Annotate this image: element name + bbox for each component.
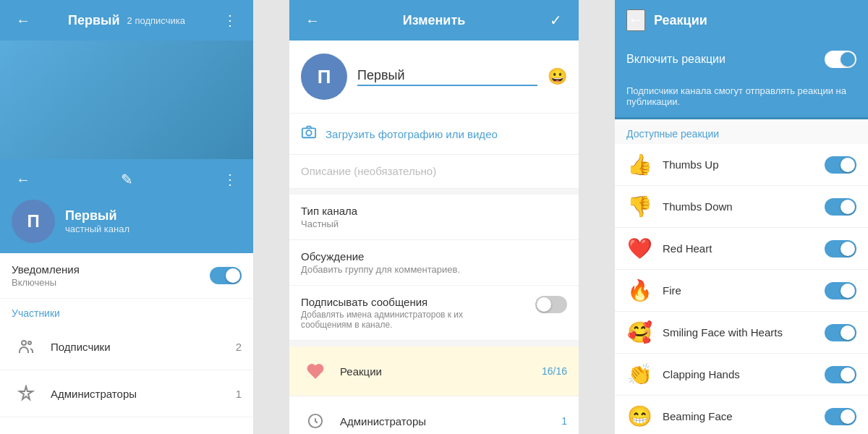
channel-title: Первый bbox=[68, 13, 119, 28]
reaction-emoji: 👎 bbox=[626, 195, 652, 218]
discussion-row[interactable]: Обсуждение Добавить группу для комментар… bbox=[289, 240, 579, 286]
reaction-label: Clapping Hands bbox=[663, 368, 814, 380]
reaction-label: Thumbs Down bbox=[663, 200, 814, 213]
upload-label: Загрузить фотографию или видео bbox=[326, 128, 498, 140]
back-button-p2[interactable]: ← bbox=[301, 9, 324, 32]
reaction-toggle[interactable] bbox=[825, 324, 856, 341]
reaction-toggle[interactable] bbox=[825, 282, 856, 299]
reaction-toggle[interactable] bbox=[825, 156, 856, 174]
admins-nav-label: Администраторы bbox=[340, 415, 551, 427]
channel-subtitle: 2 подписчика bbox=[127, 15, 185, 26]
panel2-header: ← Изменить ✓ bbox=[289, 0, 579, 41]
description-placeholder: Описание (необязательно) bbox=[301, 165, 436, 177]
panel-reactions: ← Реакции Включить реакции Подписчики ка… bbox=[615, 0, 868, 434]
reaction-emoji: 😁 bbox=[626, 404, 652, 428]
back-button[interactable]: ← bbox=[12, 9, 35, 32]
reaction-toggle[interactable] bbox=[825, 198, 856, 216]
reaction-label: Smiling Face with Hearts bbox=[663, 326, 814, 339]
reactions-row[interactable]: Реакции 16/16 bbox=[289, 346, 579, 396]
channel-type: частный канал bbox=[65, 224, 129, 234]
avatar: П bbox=[12, 200, 55, 243]
reaction-row[interactable]: 👏Clapping Hands bbox=[615, 354, 868, 396]
subscribers-row[interactable]: Подписчики 2 bbox=[0, 323, 253, 370]
back-button-p3[interactable]: ← bbox=[626, 9, 645, 31]
reaction-emoji: 👍 bbox=[626, 153, 652, 176]
svg-point-1 bbox=[28, 341, 31, 344]
heart-icon bbox=[301, 357, 330, 386]
reaction-row[interactable]: ❤️Red Heart bbox=[615, 228, 868, 270]
available-reactions-header: Доступные реакции bbox=[615, 119, 868, 144]
reaction-emoji: ❤️ bbox=[626, 237, 652, 260]
avatar-edit-row: П 😀 bbox=[289, 41, 579, 114]
reaction-toggle[interactable] bbox=[825, 240, 856, 258]
divider-1 bbox=[289, 189, 579, 195]
admins-nav-row[interactable]: Администраторы 1 bbox=[289, 396, 579, 434]
avatar-letter: П bbox=[27, 211, 39, 231]
admins-icon bbox=[12, 379, 41, 408]
notifications-toggle[interactable] bbox=[210, 267, 242, 284]
panel3-title: Реакции bbox=[654, 13, 707, 28]
panel1-header2: ← ✎ ⋮ П Первый частный канал bbox=[0, 159, 253, 253]
notifications-row[interactable]: Уведомления Включены bbox=[0, 253, 253, 299]
reactions-badge: 16/16 bbox=[542, 365, 567, 377]
sign-label: Подписывать сообщения bbox=[301, 296, 535, 308]
reactions-list: 👍Thumbs Up👎Thumbs Down❤️Red Heart🔥Fire🥰S… bbox=[615, 144, 868, 434]
reaction-row[interactable]: 🥰Smiling Face with Hearts bbox=[615, 312, 868, 354]
avatar-p2: П bbox=[301, 54, 347, 100]
reaction-toggle[interactable] bbox=[825, 366, 856, 383]
admins-label: Администраторы bbox=[51, 388, 226, 400]
svg-point-0 bbox=[22, 341, 26, 345]
subscribers-count: 2 bbox=[236, 341, 242, 353]
emoji-button[interactable]: 😀 bbox=[548, 67, 567, 86]
panel3-header: ← Реакции bbox=[615, 0, 868, 41]
sign-toggle[interactable] bbox=[535, 296, 567, 313]
channel-name-block: Первый частный канал bbox=[65, 208, 129, 234]
svg-point-3 bbox=[306, 130, 311, 135]
participants-header: Участники bbox=[0, 299, 253, 323]
confirm-button[interactable]: ✓ bbox=[544, 9, 567, 32]
subscribers-icon bbox=[12, 332, 41, 361]
channel-name-input[interactable] bbox=[357, 68, 537, 86]
reaction-row[interactable]: 👍Thumbs Up bbox=[615, 144, 868, 186]
channel-title-area: Первый 2 подписчика bbox=[68, 13, 185, 28]
reactions-enable-bar: Включить реакции bbox=[615, 41, 868, 78]
upload-row[interactable]: Загрузить фотографию или видео bbox=[289, 114, 579, 155]
sign-desc: Добавлять имена администраторов к их соо… bbox=[301, 310, 489, 330]
admins-nav-count: 1 bbox=[561, 415, 567, 427]
more-button-2[interactable]: ⋮ bbox=[218, 168, 242, 191]
reactions-description: Подписчики канала смогут отправлять реак… bbox=[615, 78, 868, 119]
enable-reactions-toggle[interactable] bbox=[825, 51, 856, 68]
back-button-2[interactable]: ← bbox=[12, 168, 35, 191]
panel2-title: Изменить bbox=[403, 13, 466, 28]
description-row[interactable]: Описание (необязательно) bbox=[289, 155, 579, 189]
enable-reactions-label: Включить реакции bbox=[626, 53, 726, 66]
reaction-toggle[interactable] bbox=[825, 408, 856, 425]
channel-type-value: Частный bbox=[301, 218, 567, 229]
name-input-area bbox=[357, 68, 537, 86]
edit-button[interactable]: ✎ bbox=[115, 168, 138, 191]
more-button[interactable]: ⋮ bbox=[218, 9, 242, 32]
channel-cover-image bbox=[0, 41, 253, 159]
reaction-row[interactable]: 😁Beaming Face bbox=[615, 396, 868, 434]
panel1-body: Уведомления Включены Участники Подписчик… bbox=[0, 253, 253, 434]
notifications-value: Включены bbox=[12, 277, 80, 288]
panel1-header2-bar: ← ✎ ⋮ bbox=[0, 159, 253, 200]
admins-count: 1 bbox=[236, 388, 242, 400]
reaction-label: Fire bbox=[663, 284, 814, 297]
admins-row[interactable]: Администраторы 1 bbox=[0, 370, 253, 417]
sign-row[interactable]: Подписывать сообщения Добавлять имена ад… bbox=[289, 286, 579, 341]
reaction-row[interactable]: 👎Thumbs Down bbox=[615, 186, 868, 228]
notifications-label: Уведомления bbox=[12, 263, 80, 276]
reaction-row[interactable]: 🔥Fire bbox=[615, 270, 868, 312]
sign-text-block: Подписывать сообщения Добавлять имена ад… bbox=[301, 296, 535, 330]
panel2-body: П 😀 Загрузить фотографию или видео Описа… bbox=[289, 41, 579, 434]
reaction-emoji: 🥰 bbox=[626, 320, 652, 344]
reaction-emoji: 🔥 bbox=[626, 278, 652, 302]
channel-type-row[interactable]: Тип канала Частный bbox=[289, 195, 579, 240]
channel-info-row: П Первый частный канал bbox=[0, 200, 253, 253]
channel-name: Первый bbox=[65, 208, 129, 224]
reaction-label: Thumbs Up bbox=[663, 158, 814, 171]
panel-channel-view: ← Первый 2 подписчика ⋮ ← ✎ ⋮ П Первый ч… bbox=[0, 0, 253, 434]
reaction-label: Beaming Face bbox=[663, 410, 814, 422]
discussion-desc: Добавить группу для комментариев. bbox=[301, 264, 567, 275]
